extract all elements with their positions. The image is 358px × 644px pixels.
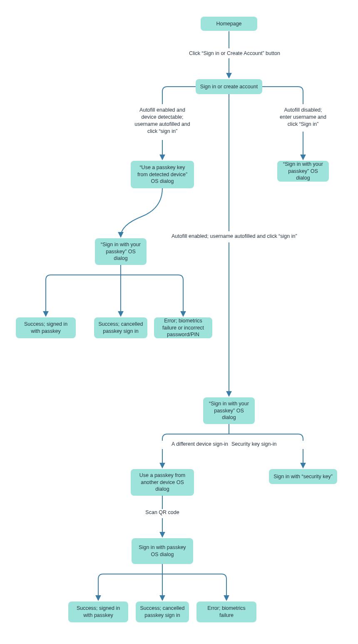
node-label: Success; cancelled passkey sign in bbox=[140, 605, 185, 619]
edge-security-key-signin: Security key sign-in bbox=[231, 441, 290, 448]
node-success-cancelled-1: Success; cancelled passkey sign in bbox=[94, 317, 147, 338]
node-signin-passkey-dialog-mid: “Sign in with your passkey” OS dialog bbox=[203, 397, 255, 424]
edge-autofill-enabled-detectable: Autofill enabled and device detectable; … bbox=[134, 107, 191, 135]
node-label: Sign in with “security key” bbox=[273, 473, 333, 480]
node-signin-create: Sign in or create account bbox=[196, 79, 262, 94]
node-label: Success; signed in with passkey bbox=[20, 321, 72, 335]
node-error-biometrics-pin: Error; biometrics failure or incorrect p… bbox=[154, 317, 212, 338]
edge-text: Scan QR code bbox=[145, 509, 179, 515]
node-homepage: Homepage bbox=[201, 17, 257, 31]
node-error-biometrics-2: Error; biometrics failure bbox=[196, 602, 256, 622]
node-label: Homepage bbox=[216, 20, 241, 27]
node-label: Error; biometrics failure bbox=[201, 605, 252, 619]
node-another-device-dialog: Use a passkey from another device OS dia… bbox=[131, 469, 194, 496]
edge-text: Security key sign-in bbox=[231, 441, 276, 447]
node-label: Sign in with passkey OS dialog bbox=[136, 544, 189, 558]
edge-text: Autofill enabled and device detectable; … bbox=[134, 107, 190, 134]
edge-text: A different device sign-in bbox=[172, 441, 228, 447]
node-label: Error; biometrics failure or incorrect p… bbox=[158, 317, 208, 339]
node-label: Success; signed in with passkey bbox=[72, 605, 124, 619]
node-signin-passkey-dialog-right: “Sign in with your passkey” OS dialog bbox=[277, 161, 329, 182]
edge-autofill-enabled: Autofill enabled; username autofilled an… bbox=[172, 233, 313, 240]
node-label: “Use a passkey key from detected device”… bbox=[135, 164, 190, 185]
node-label: Sign in or create account bbox=[200, 83, 258, 90]
node-autofill-detected-dialog: “Use a passkey key from detected device”… bbox=[131, 161, 194, 188]
node-security-key: Sign in with “security key” bbox=[269, 469, 337, 484]
node-label: Success; cancelled passkey sign in bbox=[98, 321, 143, 335]
flowchart-canvas: Homepage Sign in or create account “Use … bbox=[0, 0, 358, 644]
node-label: “Sign in with your passkey” OS dialog bbox=[99, 241, 142, 262]
node-label: “Sign in with your passkey” OS dialog bbox=[207, 400, 251, 422]
node-label: “Sign in with your passkey” OS dialog bbox=[281, 161, 325, 182]
edge-text: Autofill enabled; username autofilled an… bbox=[172, 233, 297, 239]
node-success-signed-in-1: Success; signed in with passkey bbox=[16, 317, 76, 338]
edge-click-signin: Click “Sign in or Create Account” button bbox=[189, 50, 306, 57]
node-label: Use a passkey from another device OS dia… bbox=[135, 472, 190, 493]
node-signin-passkey-dialog-low: Sign in with passkey OS dialog bbox=[132, 538, 193, 564]
edge-different-device: A different device sign-in bbox=[162, 441, 228, 448]
edge-text: Click “Sign in or Create Account” button bbox=[189, 50, 280, 56]
edge-scan-qr: Scan QR code bbox=[145, 509, 180, 516]
node-signin-passkey-dialog-left: “Sign in with your passkey” OS dialog bbox=[95, 238, 147, 265]
node-success-signed-in-2: Success; signed in with passkey bbox=[68, 602, 128, 622]
edge-text: Autofill disabled; enter username and cl… bbox=[280, 107, 326, 127]
node-success-cancelled-2: Success; cancelled passkey sign in bbox=[136, 602, 189, 622]
edge-autofill-disabled: Autofill disabled; enter username and cl… bbox=[280, 107, 326, 128]
